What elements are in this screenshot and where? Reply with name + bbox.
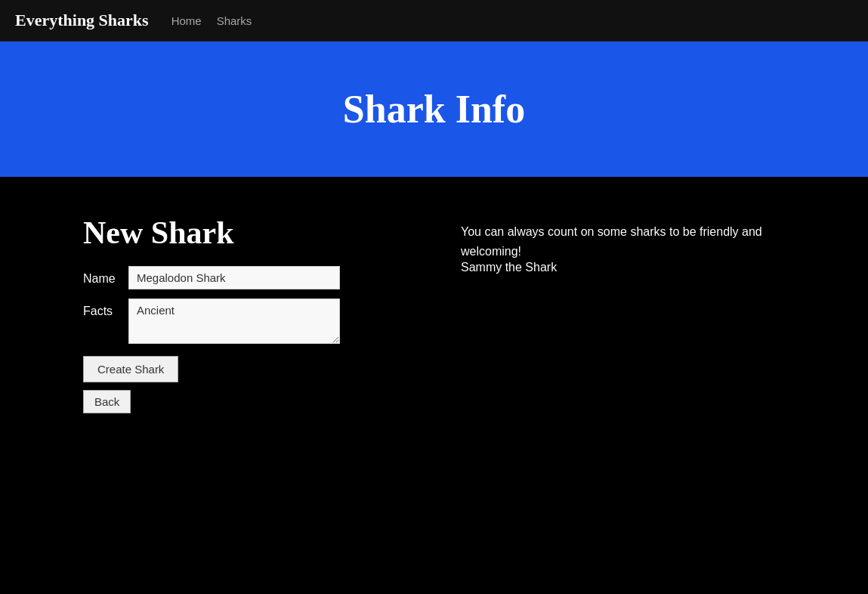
hero-title: Shark Info (0, 87, 868, 131)
nav-link-home[interactable]: Home (171, 14, 202, 27)
facts-label: Facts (83, 299, 121, 318)
hero-banner: Shark Info (0, 42, 868, 177)
navbar-brand[interactable]: Everything Sharks (15, 11, 149, 30)
name-form-group: Name (83, 266, 431, 289)
name-input[interactable] (128, 266, 340, 289)
facts-form-group: Facts Ancient (83, 299, 431, 344)
navbar-links: Home Sharks (171, 14, 252, 27)
back-button[interactable]: Back (83, 390, 131, 413)
facts-textarea[interactable]: Ancient (128, 299, 340, 344)
left-panel: New Shark Name Facts Ancient Create Shar… (83, 215, 431, 413)
create-shark-button[interactable]: Create Shark (83, 356, 178, 382)
new-shark-title: New Shark (83, 215, 431, 251)
nav-link-sharks[interactable]: Sharks (217, 14, 252, 27)
shark-name: Sammy the Shark (461, 261, 785, 274)
right-panel: You can always count on some sharks to b… (461, 215, 785, 413)
name-label: Name (83, 266, 121, 286)
shark-description: You can always count on some sharks to b… (461, 222, 785, 261)
navbar: Everything Sharks Home Sharks (0, 0, 868, 42)
main-content: New Shark Name Facts Ancient Create Shar… (0, 177, 868, 451)
